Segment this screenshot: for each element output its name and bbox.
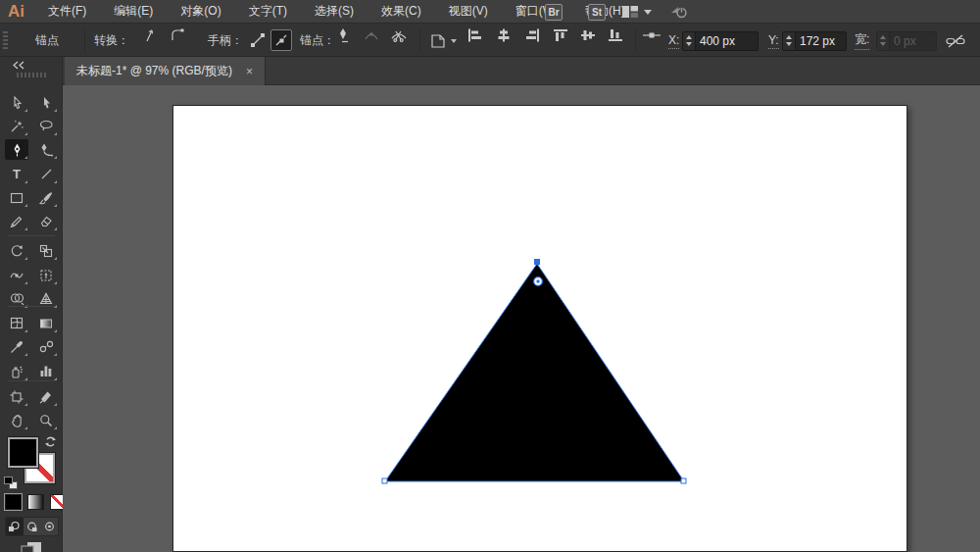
- handles-hide-button[interactable]: [270, 29, 292, 51]
- hand-tool[interactable]: [5, 410, 28, 430]
- curvature-tool[interactable]: [34, 139, 58, 160]
- anchors-label: 锚点：: [300, 25, 335, 57]
- blend-tool[interactable]: [34, 336, 58, 357]
- magic-wand-tool[interactable]: [5, 116, 28, 136]
- align-top-button[interactable]: [550, 25, 571, 46]
- remove-anchor-button[interactable]: [333, 25, 355, 46]
- x-stepper[interactable]: [683, 32, 696, 50]
- stepper-down-icon[interactable]: [686, 42, 692, 46]
- unlink-dimensions-button[interactable]: [945, 25, 966, 57]
- share-power-icon[interactable]: [669, 4, 689, 20]
- align-v-middle-button[interactable]: [577, 25, 599, 46]
- document-tab-title: 未标题-1* @ 97% (RGB/预览): [76, 63, 232, 79]
- type-tool[interactable]: T: [5, 164, 28, 184]
- fill-color-swatch[interactable]: [8, 437, 38, 468]
- chevron-down-icon: [451, 39, 457, 43]
- artboard-tool[interactable]: [5, 386, 28, 407]
- paint-style-row: [5, 494, 67, 510]
- convert-smooth-button[interactable]: [167, 25, 188, 46]
- menu-select[interactable]: 选择(S): [301, 0, 368, 23]
- free-transform-tool[interactable]: [34, 265, 58, 285]
- illustrator-logo-icon: Ai: [0, 2, 34, 22]
- menu-file[interactable]: 文件(F): [34, 0, 100, 23]
- width-tool[interactable]: [5, 265, 28, 285]
- x-label[interactable]: X:: [668, 25, 679, 57]
- color-button[interactable]: [5, 494, 22, 510]
- tab-strip: 未标题-1* @ 97% (RGB/预览) ×: [63, 57, 980, 85]
- drawing-mode-group: [5, 517, 59, 536]
- collapse-panel-icon[interactable]: [12, 61, 25, 70]
- eyedropper-tool[interactable]: [5, 336, 28, 357]
- default-fill-chip: [4, 477, 13, 484]
- align-h-center-button[interactable]: [493, 25, 514, 46]
- x-input[interactable]: 400 px: [682, 31, 759, 51]
- gradient-button[interactable]: [27, 494, 44, 510]
- stock-button[interactable]: St: [588, 4, 606, 21]
- draw-inside-button[interactable]: [40, 518, 58, 535]
- scale-tool[interactable]: [34, 240, 58, 261]
- line-segment-tool[interactable]: [34, 164, 58, 184]
- handles-show-button[interactable]: [247, 29, 269, 51]
- anchor-point-apex-selected[interactable]: [534, 259, 540, 265]
- canvas[interactable]: [63, 85, 980, 552]
- zoom-tool[interactable]: [34, 410, 58, 430]
- pencil-tool[interactable]: [5, 211, 28, 231]
- lasso-tool[interactable]: [34, 116, 58, 136]
- workspace-switcher[interactable]: [621, 5, 652, 19]
- paintbrush-tool[interactable]: [34, 187, 58, 208]
- symbol-sprayer-tool[interactable]: [5, 361, 28, 381]
- menu-object[interactable]: 对象(O): [167, 0, 234, 23]
- swap-fill-stroke-icon[interactable]: [44, 435, 57, 448]
- mesh-tool[interactable]: [5, 313, 28, 333]
- direct-selection-tool[interactable]: [34, 92, 58, 113]
- align-right-button[interactable]: [521, 25, 543, 46]
- illustrator-window: Ai 文件(F) 编辑(E) 对象(O) 文字(T) 选择(S) 效果(C) 视…: [0, 0, 980, 552]
- selection-tool[interactable]: [5, 92, 28, 113]
- separator: [8, 306, 55, 307]
- menubar-right-icons: Br St: [545, 0, 689, 24]
- draw-normal-button[interactable]: [6, 518, 24, 535]
- anchor-point-bottom-left[interactable]: [382, 478, 387, 483]
- bridge-button[interactable]: Br: [545, 4, 563, 21]
- menu-view[interactable]: 视图(V): [435, 0, 502, 23]
- chevron-down-icon: [644, 10, 652, 15]
- width-label[interactable]: 宽:: [855, 25, 869, 57]
- pen-tool[interactable]: [5, 139, 28, 160]
- align-left-button[interactable]: [465, 25, 486, 46]
- rectangle-tool[interactable]: [5, 187, 28, 208]
- stepper-up-icon[interactable]: [686, 35, 692, 39]
- connect-path-button[interactable]: [361, 25, 382, 46]
- handles-label: 手柄：: [208, 25, 243, 57]
- panel-grip[interactable]: [17, 73, 46, 77]
- controlbar-grip[interactable]: [3, 31, 8, 50]
- menu-type[interactable]: 文字(T): [235, 0, 301, 23]
- eraser-tool[interactable]: [34, 211, 58, 231]
- convert-label: 转换：: [94, 25, 129, 57]
- stepper-down-icon: [880, 42, 886, 46]
- anchor-node-icon: [641, 25, 662, 46]
- draw-behind-button[interactable]: [24, 518, 41, 535]
- default-fill-stroke-icon[interactable]: [4, 477, 18, 489]
- y-label[interactable]: Y:: [768, 25, 779, 57]
- y-stepper[interactable]: [783, 32, 796, 50]
- menu-effect[interactable]: 效果(C): [368, 0, 435, 23]
- column-graph-tool[interactable]: [34, 361, 58, 381]
- isolate-object-button[interactable]: [429, 25, 457, 57]
- screen-mode-icon[interactable]: [20, 541, 43, 552]
- triangle-shape[interactable]: [385, 264, 684, 481]
- document-area: 未标题-1* @ 97% (RGB/预览) ×: [63, 57, 980, 552]
- convert-corner-button[interactable]: [139, 25, 161, 46]
- anchor-point-bottom-right[interactable]: [681, 478, 686, 483]
- document-tab[interactable]: 未标题-1* @ 97% (RGB/预览) ×: [65, 57, 266, 85]
- menu-edit[interactable]: 编辑(E): [100, 0, 167, 23]
- y-input[interactable]: 172 px: [782, 31, 847, 51]
- gradient-tool[interactable]: [34, 313, 58, 333]
- cut-path-button[interactable]: [388, 25, 410, 46]
- align-bottom-button[interactable]: [605, 25, 626, 46]
- stepper-up-icon[interactable]: [786, 35, 792, 39]
- close-tab-icon[interactable]: ×: [246, 66, 253, 77]
- stepper-down-icon[interactable]: [786, 42, 792, 46]
- slice-tool[interactable]: [34, 386, 58, 407]
- separator: [635, 29, 636, 52]
- rotate-tool[interactable]: [5, 240, 28, 261]
